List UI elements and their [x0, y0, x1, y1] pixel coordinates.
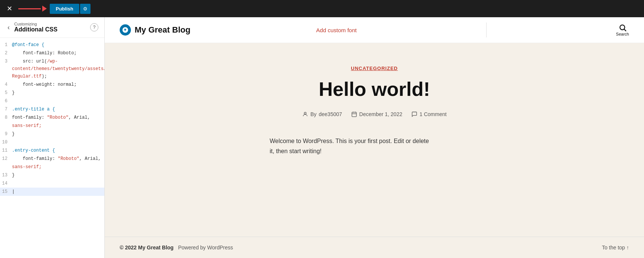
line-content: }: [10, 89, 104, 97]
post-category[interactable]: UNCATEGORIZED: [142, 66, 607, 71]
line-content: @font-face {: [10, 41, 104, 49]
publish-button[interactable]: Publish: [50, 4, 79, 14]
line-content: |: [10, 188, 104, 195]
post-excerpt: Welcome to WordPress. This is your first…: [270, 136, 479, 156]
footer-copyright: © 2022 My Great Blog: [120, 245, 174, 251]
date-icon: [351, 111, 357, 117]
comment-icon: [411, 111, 417, 117]
post-date: December 1, 2022: [359, 111, 402, 117]
add-custom-font-link[interactable]: Add custom font: [316, 27, 356, 33]
code-line-8b: sans-serif;: [0, 122, 104, 130]
back-button[interactable]: ‹: [6, 23, 11, 32]
code-line-14: 14: [0, 179, 104, 188]
svg-point-3: [304, 112, 306, 114]
line-number: [0, 122, 10, 130]
panel-header: ‹ Customizing Additional CSS ?: [0, 17, 104, 38]
line-content: sans-serif;: [10, 122, 104, 130]
line-content: font-family: Roboto;: [10, 49, 104, 57]
help-button[interactable]: ?: [90, 23, 98, 31]
search-label: Search: [616, 32, 629, 36]
line-content: font-family: "Roboto", Arial,: [10, 114, 104, 121]
line-number: 2: [0, 49, 10, 57]
excerpt-line1: Welcome to WordPress. This is your first…: [270, 138, 429, 144]
footer-powered-by: Powered by WordPress: [178, 245, 233, 251]
blog-title: My Great Blog: [135, 25, 190, 35]
arrow-line: [18, 8, 41, 9]
panel-title: Additional CSS: [14, 26, 58, 33]
code-line-10: 10: [0, 138, 104, 146]
line-number: 9: [0, 130, 10, 138]
line-number: 8: [0, 114, 10, 121]
arrow-head: [42, 6, 47, 12]
code-line-13: 13 }: [0, 171, 104, 179]
post-title: Hello world!: [142, 79, 607, 100]
top-toolbar: ✕ Publish ⚙: [0, 0, 644, 17]
code-line-2: 2 font-family: Roboto;: [0, 49, 104, 57]
code-line-12: 12 font-family: "Roboto", Arial,: [0, 155, 104, 163]
post-meta: By dee35007 December 1, 2022: [142, 111, 607, 117]
line-number: 1: [0, 41, 10, 49]
line-number: 10: [0, 139, 10, 146]
line-content: }: [10, 130, 104, 138]
line-number: 12: [0, 155, 10, 163]
line-content: [10, 97, 104, 105]
line-number: 4: [0, 81, 10, 88]
footer-to-top[interactable]: To the top ↑: [602, 245, 629, 251]
code-line-8: 8 font-family: "Roboto", Arial,: [0, 113, 104, 122]
search-button-area[interactable]: Search: [616, 24, 629, 36]
post-comments: 1 Comment: [411, 111, 447, 117]
post-author: By dee35007: [302, 111, 342, 117]
panel-header-left: ‹ Customizing Additional CSS: [6, 22, 58, 33]
line-content: font-family: "Roboto", Arial,: [10, 155, 104, 163]
search-icon: [619, 24, 627, 32]
line-number: 3: [0, 58, 10, 80]
footer-left: © 2022 My Great Blog Powered by WordPres…: [120, 245, 233, 251]
line-number: 15: [0, 188, 10, 195]
code-line-1: 1 @font-face {: [0, 41, 104, 49]
code-line-11: 11 .entry-content {: [0, 146, 104, 155]
line-number: 6: [0, 97, 10, 105]
blog-content: UNCATEGORIZED Hello world! By dee35007: [105, 43, 644, 237]
post-date: December 1, 2022: [351, 111, 402, 117]
line-number: 7: [0, 106, 10, 113]
blog-logo: My Great Blog: [120, 24, 190, 36]
line-content: }: [10, 172, 104, 179]
line-number: 14: [0, 180, 10, 187]
line-content: [10, 180, 104, 187]
main-container: ‹ Customizing Additional CSS ? 1 @font-f…: [0, 17, 644, 258]
svg-point-1: [620, 25, 625, 30]
comments-count: 1 Comment: [420, 111, 447, 117]
code-line-4: 4 font-weight: normal;: [0, 81, 104, 89]
customizing-label: Customizing: [14, 22, 58, 26]
header-divider: [486, 22, 487, 37]
panel-title-group: Customizing Additional CSS: [14, 22, 58, 33]
line-content: src: url(/wp-content/themes/twentytwenty…: [10, 58, 104, 80]
line-number: 13: [0, 172, 10, 179]
line-number: [0, 163, 10, 171]
code-line-5: 5 }: [0, 89, 104, 97]
code-line-3: 3 src: url(/wp-content/themes/twentytwen…: [0, 57, 104, 81]
line-content: sans-serif;: [10, 163, 104, 171]
code-line-6: 6: [0, 97, 104, 105]
excerpt-line2: it, then start writing!: [270, 148, 322, 154]
author-name: dee35007: [319, 111, 342, 117]
line-content: .entry-title a {: [10, 106, 104, 113]
svg-line-2: [624, 29, 626, 31]
code-line-12b: sans-serif;: [0, 163, 104, 171]
line-content: .entry-content {: [10, 147, 104, 154]
settings-button[interactable]: ⚙: [80, 4, 91, 14]
author-prefix: By: [310, 111, 316, 117]
svg-rect-4: [352, 112, 356, 117]
line-content: font-weight: normal;: [10, 81, 104, 88]
code-line-15[interactable]: 15 |: [0, 188, 104, 196]
line-content: [10, 139, 104, 146]
author-icon: [302, 111, 308, 117]
line-number: 5: [0, 89, 10, 97]
close-button[interactable]: ✕: [4, 4, 15, 13]
preview-panel: My Great Blog Add custom font Search UNC…: [105, 17, 644, 258]
code-editor[interactable]: 1 @font-face { 2 font-family: Roboto; 3 …: [0, 38, 104, 258]
line-number: 11: [0, 147, 10, 154]
blog-icon: [120, 24, 131, 36]
blog-footer: © 2022 My Great Blog Powered by WordPres…: [105, 237, 644, 258]
arrow-indicator: [18, 6, 47, 12]
